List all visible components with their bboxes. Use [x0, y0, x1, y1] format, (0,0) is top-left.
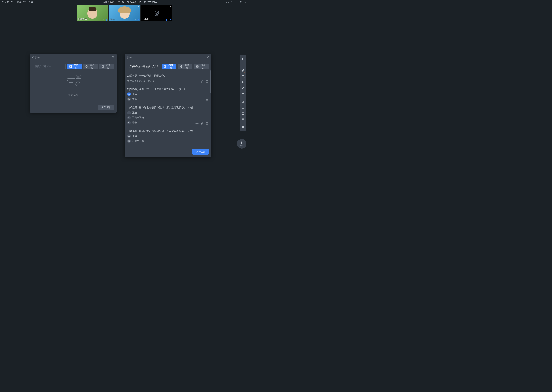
svg-rect-0	[226, 2, 228, 3]
close-panel-icon[interactable]: ✕	[112, 56, 114, 59]
video-tile-student[interactable]: ✕ 王小明	[141, 5, 172, 21]
close-video-icon[interactable]: ✕	[170, 5, 172, 8]
video-name-label: 叮当老师	[78, 18, 87, 21]
delete-question-icon[interactable]	[205, 80, 209, 83]
user-tool-icon[interactable]	[240, 111, 246, 116]
close-panel-icon[interactable]: ✕	[206, 56, 209, 59]
question-option[interactable]: A是的	[127, 134, 209, 138]
question-item: 2 [判断题] 我国宪法上一次更新是在2020年。 （2分） A正确 B错误	[127, 85, 209, 104]
quiz-name-input[interactable]	[127, 63, 160, 69]
settings-icon[interactable]	[231, 1, 233, 4]
question-title: 4 [多选题] 施华洛世奇是反华品牌，所以梁鼎琪反华。 （2分）	[127, 129, 209, 133]
svg-point-35	[242, 112, 244, 113]
network-status: 网络状态：良好	[17, 1, 33, 4]
video-name-label: 王小明	[142, 18, 149, 21]
camera-toggle-icon[interactable]	[226, 1, 229, 4]
judge-question-button[interactable]: 判断题	[162, 63, 176, 69]
mic-icon	[170, 19, 172, 21]
svg-point-21	[78, 77, 79, 77]
hand-icon	[240, 141, 243, 144]
mic-icon	[138, 19, 139, 21]
quiz-panel-empty: 测验 ✕ 判断题 选择题 T简答题 暂无试题 保存试卷	[30, 54, 116, 112]
color-tool-icon[interactable]	[240, 91, 246, 96]
empty-illustration-icon	[65, 75, 82, 90]
video-name-label: Nina	[110, 18, 115, 21]
panel-title: 测验	[127, 56, 206, 59]
svg-point-1	[232, 2, 232, 3]
question-item: 4 [多选题] 施华洛世奇是反华品牌，所以梁鼎琪反华。 （2分） A是的 B不完…	[127, 127, 209, 144]
video-tile-row: 叮当老师 ✕ Nina ✕ 王小明	[0, 5, 249, 22]
scrollbar-thumb[interactable]	[210, 70, 211, 93]
hand-raise-button[interactable]: 0/2	[237, 139, 247, 148]
camera-indicator-icon	[135, 19, 137, 21]
scissors-tool-icon[interactable]	[240, 80, 246, 84]
session-id: ID：2020070324	[139, 1, 157, 4]
question-list[interactable]: 1 [简答题] 一年四季分别是哪四季? 参考答案：春、夏、秋、冬 2 [判断题]…	[124, 72, 211, 144]
panel-title: 测验	[35, 56, 112, 59]
mic-level-icon	[165, 19, 167, 21]
question-title: 1 [简答题] 一年四季分别是哪四季?	[127, 74, 209, 78]
elapsed-time: 已上课：02:34:09	[118, 1, 136, 4]
folder-tool-icon[interactable]	[240, 99, 246, 104]
svg-point-11	[156, 12, 158, 14]
short-answer-button[interactable]: T简答题	[99, 63, 114, 69]
judge-question-button[interactable]: 判断题	[67, 63, 82, 69]
close-window-icon[interactable]	[245, 1, 247, 4]
mic-muted-icon	[167, 19, 169, 21]
save-quiz-button[interactable]: 保存试卷	[192, 149, 209, 155]
text-tool-icon[interactable]: T	[240, 74, 246, 79]
svg-rect-14	[170, 19, 171, 20]
svg-point-31	[242, 81, 243, 82]
delete-question-icon[interactable]	[205, 122, 209, 125]
question-item: 3 [单选题] 施华洛世奇是反华品牌，所以梁鼎琪反华。 （2分） A正确 B不完…	[127, 104, 209, 127]
bell-tool-icon[interactable]	[240, 125, 246, 130]
svg-text:T: T	[242, 75, 244, 78]
move-question-icon[interactable]	[196, 122, 199, 125]
right-toolbar: T	[240, 55, 247, 131]
edit-question-icon[interactable]	[201, 122, 203, 125]
camera-indicator-icon	[102, 19, 104, 21]
quiz-name-input[interactable]	[33, 63, 65, 69]
close-video-icon[interactable]: ✕	[138, 5, 139, 8]
svg-text:T: T	[197, 66, 198, 67]
choice-question-button[interactable]: 选择题	[83, 63, 98, 69]
question-title: 3 [单选题] 施华洛世奇是反华品牌，所以梁鼎琪反华。 （2分）	[127, 106, 209, 110]
video-tile-student[interactable]: ✕ Nina	[109, 5, 140, 21]
minimize-icon[interactable]	[235, 1, 238, 4]
move-tool-icon[interactable]	[240, 63, 246, 67]
quiz-panel-filled: 测验 ✕ 判断题 选择题 T简答题 1 [简答题] 一年四季分别是哪四季? 参考…	[124, 54, 211, 157]
short-answer-button[interactable]: T简答题	[194, 63, 209, 69]
mic-level-icon	[105, 19, 107, 21]
back-icon[interactable]	[32, 56, 34, 59]
edit-question-icon[interactable]	[201, 80, 203, 83]
save-quiz-button[interactable]: 保存试卷	[98, 105, 114, 110]
delete-question-icon[interactable]	[205, 98, 209, 102]
question-option[interactable]: B不完全正确	[127, 139, 209, 143]
question-option[interactable]: B不完全正确	[127, 116, 209, 119]
question-item: 1 [简答题] 一年四季分别是哪四季? 参考答案：春、夏、秋、冬	[127, 72, 209, 85]
pen-tool-icon[interactable]	[240, 68, 246, 73]
course-title: 神秘大自然	[103, 1, 114, 4]
svg-point-6	[103, 20, 104, 20]
toolbox-icon[interactable]	[240, 105, 246, 110]
svg-point-22	[80, 77, 80, 77]
question-option[interactable]: A正确	[127, 111, 209, 114]
empty-text: 暂无试题	[68, 93, 78, 97]
edit-question-icon[interactable]	[201, 98, 203, 102]
top-status-bar: 丢包率：0% 网络状态：良好 神秘大自然 已上课：02:34:09 ID：202…	[0, 0, 249, 5]
svg-point-8	[136, 20, 136, 20]
camera-off-icon	[153, 10, 160, 17]
hand-raise-count: 0/2	[240, 145, 243, 147]
eraser-tool-icon[interactable]	[240, 85, 246, 90]
move-question-icon[interactable]	[196, 98, 199, 102]
chat-tool-icon[interactable]	[240, 117, 246, 122]
move-question-icon[interactable]	[196, 80, 199, 83]
cursor-tool-icon[interactable]	[240, 57, 246, 62]
svg-point-33	[242, 93, 244, 94]
question-title: 2 [判断题] 我国宪法上一次更新是在2020年。 （2分）	[127, 87, 209, 91]
question-option[interactable]: A正确	[127, 92, 209, 96]
packet-loss: 丢包率：0%	[2, 1, 14, 4]
video-tile-teacher[interactable]: 叮当老师	[77, 5, 108, 21]
maximize-icon[interactable]	[240, 1, 243, 4]
choice-question-button[interactable]: 选择题	[178, 63, 192, 69]
